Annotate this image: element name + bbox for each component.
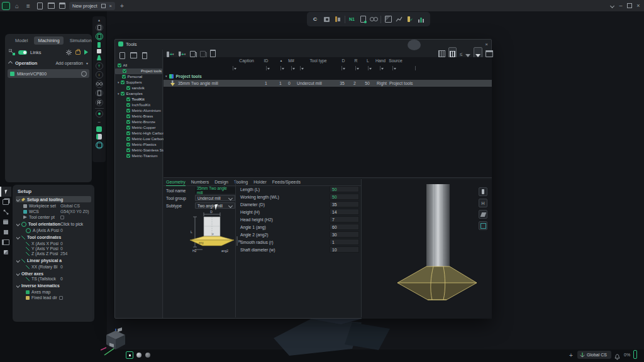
inspect-icon[interactable] (370, 15, 379, 24)
axis-y-value[interactable]: 0 (60, 246, 63, 251)
tab-holder[interactable]: Holder (253, 178, 267, 185)
rotate-tool-icon[interactable]: C· (311, 15, 320, 24)
tree-item-metric-high-carbon[interactable]: Metric-High Carbon Steel (115, 131, 162, 136)
chevron-down-icon[interactable] (16, 258, 20, 263)
filter-mark[interactable] (291, 66, 295, 70)
graph-icon[interactable] (395, 15, 404, 24)
checkbox-checked-icon[interactable] (126, 97, 130, 101)
tool-3d-preview[interactable]: H (362, 179, 492, 319)
col-header-tool-type[interactable]: Tool type (305, 58, 331, 63)
filter-mark[interactable] (341, 66, 345, 70)
col-header-r[interactable]: R (350, 58, 362, 63)
maximize-icon[interactable] (625, 1, 634, 10)
turning-tool-icon[interactable]: T (96, 62, 103, 70)
filter-mark[interactable] (233, 66, 236, 70)
tab-design[interactable]: Design (214, 178, 228, 185)
tooling-icon[interactable] (333, 15, 342, 24)
close-window-icon[interactable]: × (634, 1, 643, 10)
tools-dialog-titlebar[interactable]: Tools × (115, 40, 491, 48)
grid-tools-icon[interactable] (96, 99, 103, 106)
param-value-input[interactable]: 50 (330, 186, 359, 192)
sort-asc-icon[interactable]: ▴ (278, 58, 284, 62)
checkbox-checked-icon[interactable] (126, 131, 130, 135)
checkbox-checked-icon[interactable] (126, 109, 130, 112)
workpiece-set-value[interactable]: Global CS (60, 204, 80, 208)
kinematics-icon[interactable] (0, 207, 11, 217)
open-file-icon[interactable] (47, 1, 55, 10)
tool-orientation-value[interactable]: Click to pick (60, 222, 83, 226)
param-value-input[interactable]: 50 (330, 194, 359, 200)
tailstock-value[interactable]: 0 (60, 277, 63, 281)
add-tool-from-library-button[interactable]: +▾ (179, 52, 186, 57)
collapse-operation-icon[interactable] (8, 61, 13, 65)
setup-and-tooling-node[interactable]: Setup and tooling (16, 197, 91, 202)
col-header-id[interactable]: ID (260, 58, 272, 63)
add-tool-button[interactable]: +▾ (167, 52, 174, 57)
tab-machining[interactable]: Machining (34, 36, 63, 45)
checkbox-checked-icon[interactable] (123, 69, 126, 73)
expand-chevron-icon[interactable]: ▾ (118, 92, 119, 96)
preview-cube-toggle-icon[interactable] (479, 221, 487, 230)
collet-icon[interactable] (96, 33, 103, 40)
tree-item-examples[interactable]: ▾Examples (115, 91, 162, 97)
workpiece-set-row[interactable]: Workpiece setGlobal CS (16, 203, 97, 209)
group-row-project-tools[interactable]: ▾ Project tools (164, 73, 492, 79)
drill-icon[interactable]: i (96, 71, 103, 79)
checkbox-checked-icon[interactable] (126, 126, 130, 129)
inverse-kinematics-node[interactable]: Inverse kinematics (16, 283, 91, 288)
tool-orientation-node[interactable]: Tool orientationClick to pick (16, 221, 91, 227)
search-tools-icon[interactable] (96, 80, 103, 88)
tree-item-metric-aluminium[interactable]: Metric-Aluminium (115, 108, 162, 114)
checkbox-checked-icon[interactable] (126, 86, 130, 90)
notifications-bell-icon[interactable] (614, 351, 620, 362)
col-header-caption[interactable]: Caption (229, 58, 264, 63)
param-value-input[interactable]: 10 (330, 246, 359, 253)
library-icon[interactable] (96, 134, 102, 140)
collapse-groups-icon[interactable]: ≤ (460, 52, 462, 57)
filter-mark[interactable] (380, 66, 384, 70)
axis-z-value[interactable]: 254 (60, 251, 67, 256)
add-cs-button[interactable]: + (569, 352, 573, 359)
save-file-icon[interactable] (58, 1, 67, 10)
linear-axes-node[interactable]: Linear physical a (16, 258, 91, 263)
run-icon[interactable] (84, 50, 88, 55)
tool-name-input[interactable]: 35mm Two angle mill (195, 187, 235, 194)
chevron-down-icon[interactable] (16, 222, 20, 226)
open-library-icon[interactable] (130, 52, 137, 59)
param-value-input[interactable]: 35 (330, 201, 359, 207)
window-menu-chevron-icon[interactable] (608, 1, 616, 10)
doc-tools-icon[interactable] (96, 89, 103, 97)
scroll-up-icon[interactable]: ▴ (98, 18, 100, 22)
workpiece-icon[interactable] (384, 15, 392, 24)
checkbox-checked-icon[interactable] (121, 92, 125, 96)
col-header-d[interactable]: D (337, 58, 350, 63)
param-value-input[interactable]: 30 (330, 231, 359, 238)
fixed-lead-row[interactable]: Fixed lead dir (16, 295, 100, 300)
tool-coordinates-node[interactable]: Tool coordinates (16, 234, 91, 240)
wcs-value[interactable]: G54(X0 Y0 Z0) (60, 209, 89, 214)
rotary-value[interactable]: 0 (60, 265, 63, 269)
curve-icon[interactable]: ~ (97, 119, 101, 125)
checkbox-checked-icon[interactable] (126, 148, 130, 152)
preview-holder-toggle-icon[interactable]: H (479, 199, 487, 207)
tree-item-sandvik[interactable]: sandvik (115, 85, 162, 91)
shading-sphere-icon[interactable] (136, 352, 142, 358)
checkbox-checked-icon[interactable] (126, 114, 130, 118)
machine-radio[interactable] (81, 71, 87, 77)
tree-item-metric-stainless[interactable]: Metric-Stainless Steel (115, 148, 162, 153)
tool-green-icon[interactable] (97, 42, 101, 48)
pointer-tool-icon[interactable] (0, 187, 11, 197)
filter-mark[interactable] (415, 66, 416, 70)
tool-table-row[interactable]: 35mm Two angle mill 1 1 0 Undercut mill … (164, 80, 492, 87)
minimize-icon[interactable]: – (616, 1, 625, 10)
lock-icon[interactable] (75, 50, 80, 55)
filter-mark[interactable] (368, 66, 372, 70)
checkbox-checked-icon[interactable] (121, 80, 125, 84)
tab-tooling[interactable]: Tooling (234, 178, 248, 185)
gcode-icon[interactable]: N1 (348, 15, 357, 24)
tree-item-metric-plastics[interactable]: Metric-Plastics (115, 142, 162, 148)
tool-center-checkbox[interactable] (60, 216, 64, 219)
machine-list-item[interactable]: MikronVCP800 (8, 69, 89, 78)
coordinate-system-selector[interactable]: Global CS (577, 351, 611, 359)
home-icon[interactable]: ⌂ (13, 1, 21, 10)
